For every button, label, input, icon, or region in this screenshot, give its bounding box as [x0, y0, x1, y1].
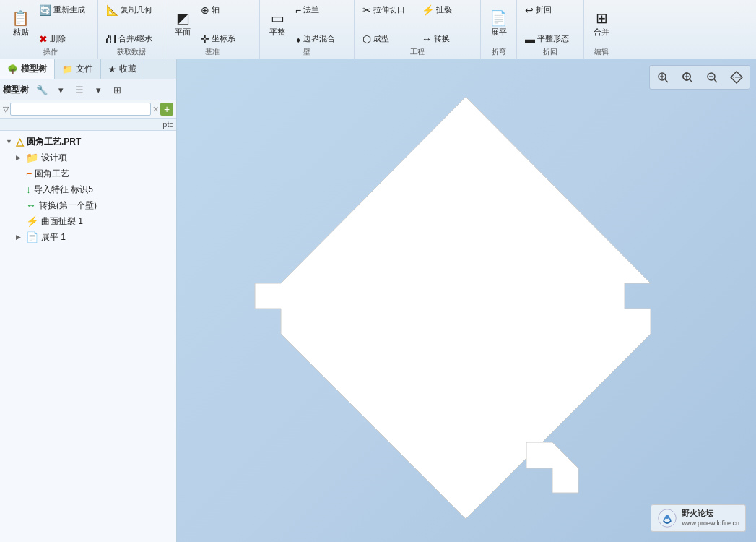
flange-button[interactable]: ⌐ 法兰 [292, 3, 349, 17]
root-arrow: ▼ [6, 138, 13, 145]
flat-state-button[interactable]: ▬ 平整形态 [521, 32, 579, 46]
axis-icon: ⊕ [201, 5, 209, 15]
regenerate-button[interactable]: 🔄 重新生成 [35, 3, 93, 17]
ribbon-group-wall: ▭ 平整 ⌐ 法兰 ⬧ 边界混合 壁 [260, 0, 355, 59]
surface-blend-button[interactable]: ⬧ 边界混合 [292, 32, 349, 46]
regenerate-icon: 🔄 [39, 5, 51, 15]
tree-item-fillet-art[interactable]: ⌐ 圆角工艺 [0, 165, 176, 181]
sidebar: 🌳 模型树 📁 文件 ★ 收藏 模型树 🔧 ▾ ☰ ▾ ⊞ ▽ ✕ [0, 59, 177, 542]
tree-item-unfold1[interactable]: ▶ 📄 展平 1 [0, 229, 176, 245]
svg-marker-15 [255, 97, 651, 519]
plane-base-button[interactable]: ◩ 平面 [170, 4, 196, 45]
tree-header: ptc [0, 119, 176, 131]
unfold-button[interactable]: 📄 展平 [485, 4, 512, 45]
paste-icon: 📋 [12, 11, 30, 25]
transform-tree-icon: ↔ [26, 199, 36, 211]
add-item-button[interactable]: + [160, 103, 173, 116]
file-icon: 📁 [62, 64, 73, 74]
engineering-label: 工程 [410, 47, 425, 59]
main-area: 🌳 模型树 📁 文件 ★ 收藏 模型树 🔧 ▾ ☰ ▾ ⊞ ▽ ✕ [0, 59, 756, 542]
clear-search-button[interactable]: ✕ [152, 105, 159, 114]
tab-file[interactable]: 📁 文件 [55, 59, 101, 79]
watermark: 野火论坛 www.proewildfire.cn [651, 504, 746, 532]
ribbon-group-operations: 📋 粘贴 🔄 重新生成 ✖ 删除 操作 [3, 0, 98, 59]
flatten-button[interactable]: ▭ 平整 [264, 4, 290, 45]
form-button[interactable]: ⬡ 成型 [359, 32, 417, 46]
delete-button[interactable]: ✖ 删除 [35, 32, 93, 46]
search-bar: ▽ ✕ + [0, 100, 176, 119]
delete-icon: ✖ [39, 34, 48, 44]
ribbon-group-edit: ⊞ 合并 编辑 [584, 0, 619, 59]
tab-favorites[interactable]: ★ 收藏 [101, 59, 144, 79]
axis-button[interactable]: ⊕ 轴 [197, 3, 255, 17]
model-tree-icon: 🌳 [7, 64, 18, 74]
crack-icon: ⚡ [422, 5, 434, 15]
search-input[interactable] [10, 103, 151, 116]
unfold1-arrow: ▶ [16, 233, 23, 241]
combine-icon: ⊞ [596, 11, 608, 25]
svg-marker-16 [526, 442, 578, 493]
flatten-icon: ▭ [271, 11, 284, 25]
design-arrow: ▶ [16, 154, 23, 161]
tree-item-transform[interactable]: ↔ 转换(第一个壁) [0, 197, 176, 213]
svg-point-18 [666, 515, 669, 519]
ribbon-group-foldback: ↩ 折回 ▬ 平整形态 折回 [517, 0, 584, 59]
surface-crack-icon: ⚡ [26, 215, 38, 227]
fold-back-icon: ↩ [525, 5, 534, 15]
tool-dropdown2[interactable]: ▾ [90, 82, 107, 98]
tool-dropdown1[interactable]: ▾ [52, 82, 69, 98]
watermark-logo-icon [657, 508, 677, 528]
root-icon: △ [16, 136, 24, 147]
tree-item-import[interactable]: ↓ 导入特征 标识5 [0, 181, 176, 197]
stretch-cut-button[interactable]: ✂ 拉伸切口 [359, 3, 417, 17]
wrench-button[interactable]: 🔧 [33, 82, 51, 98]
ribbon-group-getdata: 📐 复制几何 ⛙ 合并/继承 获取数据 [98, 0, 165, 59]
fold-back-button[interactable]: ↩ 折回 [521, 3, 579, 17]
merge-button[interactable]: ⛙ 合并/继承 [103, 32, 160, 46]
design-icon: 📁 [26, 152, 38, 163]
unfold-icon: 📄 [490, 11, 508, 25]
list-button[interactable]: ☰ [71, 82, 88, 98]
crack-button[interactable]: ⚡ 扯裂 [418, 3, 476, 17]
flange-icon: ⌐ [295, 5, 301, 15]
model-tree: ▼ △ 圆角工艺.PRT ▶ 📁 设计项 ⌐ 圆角工艺 ↓ 导入特征 标识5 [0, 131, 176, 542]
viewport[interactable]: + [177, 59, 756, 542]
ribbon-group-datum: ◩ 平面 ⊕ 轴 ✛ 坐标系 基准 [165, 0, 260, 59]
filter-icon: ▽ [3, 105, 9, 114]
ribbon-group-bend: 📄 展平 折弯 [481, 0, 517, 59]
grid-button[interactable]: ⊞ [108, 82, 126, 98]
sidebar-tab-bar: 🌳 模型树 📁 文件 ★ 收藏 [0, 59, 176, 79]
tree-item-root[interactable]: ▼ △ 圆角工艺.PRT [0, 134, 176, 150]
transform-button[interactable]: ↔ 转换 [418, 32, 476, 46]
fillet-art-icon: ⌐ [26, 168, 32, 179]
datum-label: 基准 [205, 47, 220, 59]
sidebar-toolbar: 模型树 🔧 ▾ ☰ ▾ ⊞ [0, 79, 176, 100]
tree-item-surface-crack[interactable]: ⚡ 曲面扯裂 1 [0, 213, 176, 229]
surface-blend-icon: ⬧ [295, 34, 301, 44]
merge-icon: ⛙ [106, 34, 116, 44]
coord-button[interactable]: ✛ 坐标系 [197, 32, 255, 46]
copy-geom-icon: 📐 [106, 5, 118, 15]
transform-icon: ↔ [422, 34, 432, 44]
flat-state-icon: ▬ [525, 34, 535, 44]
form-icon: ⬡ [362, 34, 371, 44]
combine-button[interactable]: ⊞ 合并 [588, 4, 614, 45]
operations-label: 操作 [43, 47, 58, 59]
copy-geom-button[interactable]: 📐 复制几何 [103, 3, 160, 17]
unfold1-icon: 📄 [26, 231, 38, 243]
model-tree-label: 模型树 [3, 84, 29, 96]
getdata-label: 获取数据 [117, 47, 146, 59]
foldback-label: 折回 [543, 47, 557, 59]
coord-icon: ✛ [201, 34, 209, 44]
edit-label: 编辑 [594, 47, 609, 59]
ribbon: 📋 粘贴 🔄 重新生成 ✖ 删除 操作 📐 复制几何 [0, 0, 756, 59]
part-shape [177, 59, 756, 542]
favorites-icon: ★ [108, 64, 116, 74]
bend-label: 折弯 [492, 47, 506, 59]
watermark-site: 野火论坛 [682, 508, 739, 519]
tree-item-design[interactable]: ▶ 📁 设计项 [0, 150, 176, 165]
tab-model-tree[interactable]: 🌳 模型树 [0, 59, 55, 79]
plane-base-icon: ◩ [176, 11, 190, 25]
paste-button[interactable]: 📋 粘贴 [7, 4, 34, 45]
ribbon-group-engineering: ✂ 拉伸切口 ⬡ 成型 ⚡ 扯裂 ↔ 转换 工程 [355, 0, 481, 59]
